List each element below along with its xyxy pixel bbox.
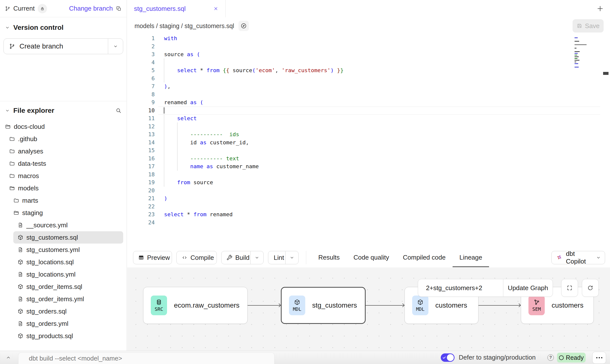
lineage-panel[interactable]: SRC ecom.raw_customers MDL stg_customers… — [127, 267, 610, 351]
copilot-label: dbt Copilot — [566, 250, 593, 265]
code-line-6: 6 — [127, 75, 610, 83]
file-item-staging[interactable]: staging — [0, 207, 127, 219]
line-number: 24 — [127, 219, 158, 227]
file-item-marts[interactable]: marts — [0, 194, 127, 207]
node-label: customers — [552, 301, 583, 309]
line-number: 6 — [127, 75, 158, 83]
scrollbar-marker[interactable] — [603, 72, 609, 75]
file-item-__sources.yml[interactable]: __sources.yml — [0, 219, 127, 231]
create-branch-button[interactable]: Create branch — [3, 38, 123, 54]
file-item-label: staging — [22, 209, 43, 217]
code-line-24: 24 — [127, 219, 610, 227]
database-icon — [156, 299, 162, 305]
file-item-stg_locations.sql[interactable]: stg_locations.sql — [0, 256, 127, 268]
preview-button[interactable]: Preview — [133, 251, 172, 264]
tab-code-quality[interactable]: Code quality — [347, 248, 396, 267]
model-badge: MDL — [289, 296, 305, 315]
more-menu-button[interactable] — [592, 352, 606, 364]
file-explorer-header[interactable]: File explorer — [0, 101, 127, 115]
line-number: 12 — [127, 123, 158, 131]
line-number: 17 — [127, 163, 158, 171]
expand-command-bar-button[interactable] — [4, 353, 13, 362]
minimap[interactable] — [575, 36, 597, 68]
file-item-label: stg_order_items.yml — [26, 295, 84, 303]
new-tab-button[interactable] — [596, 5, 604, 13]
file-item-label: stg_order_items.sql — [26, 283, 82, 291]
update-graph-button[interactable]: Update Graph — [503, 279, 553, 297]
tab-lineage[interactable]: Lineage — [453, 248, 489, 267]
document-icon — [17, 321, 23, 327]
line-number: 13 — [127, 131, 158, 139]
file-tree: docs-cloud.githubanalysesdata-testsmacro… — [0, 120, 127, 342]
copy-icon[interactable] — [116, 6, 122, 12]
file-item-stg_orders.sql[interactable]: stg_orders.sql — [0, 305, 127, 317]
build-button[interactable]: Build — [221, 251, 264, 264]
semantic-badge: SEM — [528, 296, 545, 315]
code-editor[interactable]: 1with23source as (45 select * from {{ so… — [127, 34, 610, 248]
lineage-selector-input[interactable]: 2+stg_customers+2 — [418, 279, 503, 297]
tab-compiled-code[interactable]: Compiled code — [396, 248, 452, 267]
lineage-node-ecom-raw-customers[interactable]: SRC ecom.raw_customers — [143, 287, 248, 324]
file-item-stg_customers.sql[interactable]: stg_customers.sql — [13, 231, 123, 244]
change-branch-link[interactable]: Change branch — [69, 5, 113, 12]
help-icon[interactable] — [547, 354, 554, 361]
lineage-node-stg-customers[interactable]: MDL stg_customers — [281, 287, 366, 324]
line-number: 2 — [127, 43, 158, 51]
file-item-stg_locations.yml[interactable]: stg_locations.yml — [0, 268, 127, 281]
command-input[interactable]: dbt build --select <model_name> — [18, 352, 274, 364]
lint-main[interactable]: Lint — [268, 251, 285, 264]
ellipsis-icon — [596, 357, 597, 358]
file-item-stg_order_items.sql[interactable]: stg_order_items.sql — [0, 281, 127, 293]
folder-icon — [13, 198, 19, 203]
tab-compiled-code-label: Compiled code — [403, 254, 445, 261]
tab-results[interactable]: Results — [311, 248, 347, 267]
dbt-copilot-button[interactable]: dbt Copilot — [551, 251, 605, 264]
model-cube-icon — [17, 308, 23, 314]
chevron-down-icon — [5, 25, 10, 30]
cube-icon — [417, 299, 424, 305]
version-control-title: Version control — [13, 24, 64, 32]
refresh-button[interactable] — [582, 279, 599, 297]
file-item-label: stg_customers.yml — [26, 246, 80, 254]
chevron-down-icon — [5, 108, 10, 113]
create-branch-main[interactable]: Create branch — [4, 39, 108, 54]
file-item-stg_customers.yml[interactable]: stg_customers.yml — [0, 244, 127, 256]
file-item-stg_products.sql[interactable]: stg_products.sql — [0, 330, 127, 342]
close-icon[interactable] — [213, 6, 219, 11]
file-item-label: stg_customers.sql — [26, 234, 78, 241]
compile-button[interactable]: Compile — [176, 251, 217, 264]
fullscreen-button[interactable] — [561, 279, 578, 297]
create-branch-label: Create branch — [19, 42, 63, 50]
ready-status-badge[interactable]: Ready — [557, 353, 586, 363]
copilot-icon — [556, 254, 563, 261]
file-item-analyses[interactable]: analyses — [0, 145, 127, 157]
copilot-chip[interactable] — [238, 21, 249, 31]
folder-open-icon — [9, 185, 15, 191]
file-item-.github[interactable]: .github — [0, 133, 127, 145]
create-branch-dropdown[interactable] — [108, 39, 123, 54]
file-item-macros[interactable]: macros — [0, 170, 127, 182]
ready-label: Ready — [566, 354, 584, 361]
defer-toggle[interactable] — [441, 353, 455, 362]
file-item-stg_order_items.yml[interactable]: stg_order_items.yml — [0, 293, 127, 305]
build-dropdown[interactable] — [250, 251, 263, 264]
preview-label: Preview — [147, 254, 170, 262]
lint-button[interactable]: Lint — [268, 251, 299, 264]
tab-stg-customers-sql[interactable]: stg_customers.sql — [127, 0, 226, 17]
lint-dropdown[interactable] — [285, 251, 298, 264]
badge-label: SRC — [155, 306, 163, 312]
file-item-label: stg_products.sql — [26, 332, 73, 340]
version-control-header[interactable]: Version control — [0, 17, 127, 32]
line-number: 15 — [127, 147, 158, 155]
code-line-2: 2 — [127, 43, 610, 51]
build-main[interactable]: Build — [221, 251, 250, 264]
file-item-data-tests[interactable]: data-tests — [0, 157, 127, 170]
divider — [306, 251, 306, 264]
main-area: stg_customers.sql models / staging / stg… — [127, 0, 610, 351]
wrench-icon — [226, 255, 232, 261]
file-item-models[interactable]: models — [0, 182, 127, 194]
file-item-stg_orders.yml[interactable]: stg_orders.yml — [0, 317, 127, 330]
file-item-docs-cloud[interactable]: docs-cloud — [0, 120, 127, 133]
save-button[interactable]: Save — [573, 19, 604, 33]
search-icon[interactable] — [115, 107, 122, 114]
